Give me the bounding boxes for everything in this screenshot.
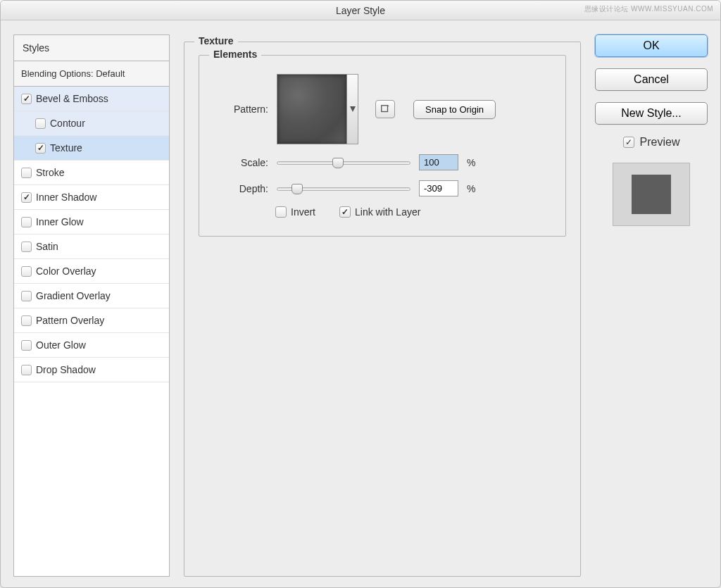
styles-panel: Styles Blending Options: Default Bevel &… [13, 35, 170, 577]
link-with-layer-checkbox[interactable]: Link with Layer [339, 206, 420, 218]
style-contour[interactable]: Contour [14, 111, 169, 136]
style-label: Inner Shadow [36, 192, 96, 203]
style-label: Stroke [36, 167, 64, 178]
depth-input[interactable] [419, 180, 458, 196]
ok-button[interactable]: OK [595, 35, 708, 57]
style-inner-glow[interactable]: Inner Glow [14, 210, 169, 234]
percent-label: % [467, 157, 475, 168]
invert-label: Invert [291, 206, 315, 218]
preview-inner [632, 175, 671, 214]
depth-label: Depth: [218, 183, 268, 194]
scale-slider[interactable] [277, 156, 410, 169]
style-inner-shadow[interactable]: Inner Shadow [14, 185, 169, 210]
checkbox-icon[interactable] [21, 365, 32, 375]
preview-label: Preview [640, 136, 680, 149]
style-label: Bevel & Emboss [36, 93, 108, 104]
dialog-body: Styles Blending Options: Default Bevel &… [1, 20, 720, 588]
styles-header[interactable]: Styles [14, 35, 169, 61]
checkbox-icon[interactable] [21, 168, 32, 178]
invert-checkbox[interactable]: Invert [275, 206, 315, 218]
layer-style-dialog: Layer Style 思缘设计论坛 WWW.MISSYUAN.COM Styl… [0, 0, 721, 588]
style-satin[interactable]: Satin [14, 234, 169, 259]
scale-input[interactable] [419, 154, 458, 170]
new-preset-icon [380, 104, 390, 114]
checkbox-icon[interactable] [21, 315, 32, 326]
depth-slider[interactable] [277, 182, 410, 195]
checkbox-icon[interactable] [21, 192, 32, 203]
style-label: Drop Shadow [36, 364, 96, 375]
checkbox-icon[interactable] [21, 266, 32, 277]
texture-group: Texture Elements Pattern: [184, 42, 581, 577]
style-label: Gradient Overlay [36, 290, 111, 301]
pattern-dropdown[interactable] [347, 74, 358, 144]
new-style-button[interactable]: New Style... [595, 102, 708, 125]
style-label: Pattern Overlay [36, 315, 104, 326]
checkbox-icon[interactable] [339, 206, 351, 218]
blending-options[interactable]: Blending Options: Default [14, 61, 169, 87]
elements-group: Elements Pattern: [199, 55, 566, 237]
checkbox-icon[interactable] [21, 242, 32, 252]
preview-checkbox[interactable]: ✓ Preview [595, 136, 708, 149]
slider-thumb[interactable] [332, 158, 344, 168]
link-label: Link with Layer [355, 206, 420, 218]
checkbox-icon[interactable] [21, 94, 32, 104]
style-texture[interactable]: Texture [14, 136, 169, 161]
style-drop-shadow[interactable]: Drop Shadow [14, 358, 169, 382]
elements-legend: Elements [209, 49, 261, 60]
checkbox-icon[interactable] [21, 340, 32, 351]
checkbox-icon[interactable] [21, 217, 32, 227]
style-label: Satin [36, 241, 58, 252]
style-label: Contour [50, 118, 85, 129]
style-gradient-overlay[interactable]: Gradient Overlay [14, 284, 169, 308]
style-bevel-emboss[interactable]: Bevel & Emboss [14, 87, 169, 111]
style-color-overlay[interactable]: Color Overlay [14, 259, 169, 284]
pattern-swatch[interactable] [277, 74, 347, 144]
main-panel: Texture Elements Pattern: [184, 35, 581, 577]
pattern-label: Pattern: [218, 104, 268, 115]
snap-to-origin-button[interactable]: Snap to Origin [413, 100, 496, 119]
style-stroke[interactable]: Stroke [14, 161, 169, 185]
window-title: Layer Style [336, 5, 385, 16]
preview-swatch [613, 163, 690, 226]
style-label: Color Overlay [36, 265, 96, 277]
cancel-button[interactable]: Cancel [595, 68, 708, 91]
style-label: Texture [50, 142, 82, 154]
slider-thumb[interactable] [291, 184, 303, 194]
style-label: Outer Glow [36, 339, 86, 351]
texture-legend: Texture [194, 35, 238, 46]
checkbox-icon[interactable]: ✓ [623, 137, 634, 148]
checkbox-icon[interactable] [35, 143, 46, 154]
checkbox-icon[interactable] [35, 118, 46, 129]
style-label: Inner Glow [36, 216, 84, 227]
style-outer-glow[interactable]: Outer Glow [14, 333, 169, 358]
svg-rect-0 [382, 106, 388, 112]
watermark-text: 思缘设计论坛 WWW.MISSYUAN.COM [584, 4, 713, 14]
checkbox-icon[interactable] [275, 206, 287, 218]
checkbox-icon[interactable] [21, 291, 32, 301]
chevron-down-icon [350, 106, 356, 112]
scale-label: Scale: [218, 157, 268, 168]
right-column: OK Cancel New Style... ✓ Preview [595, 35, 708, 577]
create-pattern-button[interactable] [375, 100, 395, 118]
style-pattern-overlay[interactable]: Pattern Overlay [14, 308, 169, 333]
percent-label: % [467, 183, 475, 194]
